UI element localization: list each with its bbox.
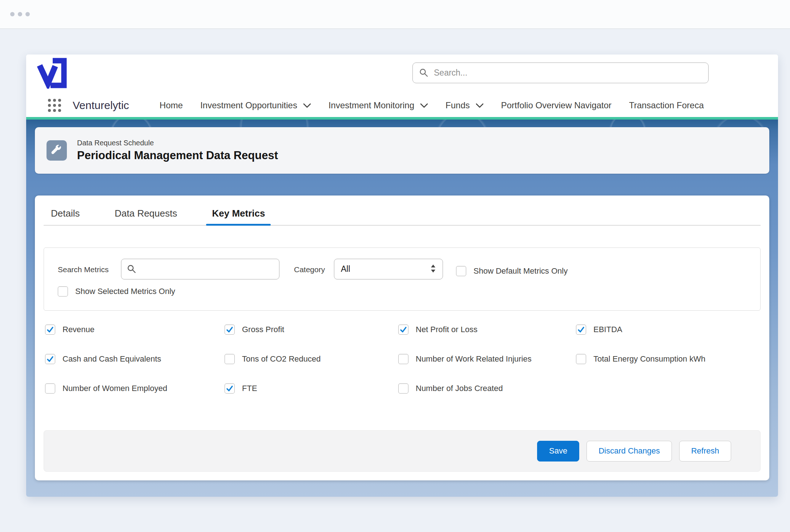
check-icon bbox=[226, 385, 233, 392]
metric-item-fte[interactable]: FTE bbox=[225, 383, 398, 394]
chevron-down-icon bbox=[420, 103, 428, 108]
metric-label: Cash and Cash Equivalents bbox=[63, 354, 161, 364]
metric-checkbox[interactable] bbox=[225, 354, 235, 364]
show-selected-checkbox[interactable] bbox=[58, 286, 68, 297]
metric-label: Revenue bbox=[63, 325, 94, 334]
metric-checkbox[interactable] bbox=[398, 354, 408, 364]
nav-item-portfolio-overview-navigator[interactable]: Portfolio Overview Navigator bbox=[501, 100, 612, 110]
tab-divider bbox=[44, 225, 761, 226]
search-icon bbox=[419, 68, 428, 79]
metric-checkbox[interactable] bbox=[576, 325, 586, 335]
show-selected-label: Show Selected Metrics Only bbox=[75, 287, 175, 296]
metric-checkbox[interactable] bbox=[398, 383, 408, 394]
page-background-band: Data Request Schedule Periodical Managem… bbox=[26, 120, 778, 497]
metric-label: Total Energy Consumption kWh bbox=[593, 354, 705, 364]
show-default-metrics-toggle[interactable]: Show Default Metrics Only bbox=[456, 266, 568, 276]
card-footer: Save Discard Changes Refresh bbox=[44, 430, 761, 472]
nav-item-label: Investment Opportunities bbox=[200, 100, 297, 110]
metric-label: Tons of CO2 Reduced bbox=[242, 354, 321, 364]
nav-item-transaction-foreca[interactable]: Transaction Foreca bbox=[629, 100, 704, 110]
show-default-checkbox[interactable] bbox=[456, 266, 466, 276]
save-button[interactable]: Save bbox=[537, 441, 579, 462]
metric-item-revenue[interactable]: Revenue bbox=[45, 325, 225, 335]
tab-details[interactable]: Details bbox=[51, 208, 80, 225]
metric-label: Net Profit or Loss bbox=[416, 325, 477, 334]
app-launcher-button[interactable] bbox=[47, 97, 63, 113]
chevron-down-icon bbox=[476, 103, 484, 108]
metric-item-number-of-jobs-created[interactable]: Number of Jobs Created bbox=[398, 383, 576, 394]
check-icon bbox=[47, 326, 54, 333]
metric-checkbox[interactable] bbox=[45, 354, 55, 364]
metric-item-ebitda[interactable]: EBITDA bbox=[576, 325, 769, 335]
record-header-text: Data Request Schedule Periodical Managem… bbox=[77, 139, 278, 162]
nav-item-label: Investment Monitoring bbox=[329, 100, 414, 110]
discard-changes-button[interactable]: Discard Changes bbox=[587, 441, 672, 462]
metric-item-gross-profit[interactable]: Gross Profit bbox=[225, 325, 398, 335]
window-control-dot bbox=[25, 12, 30, 16]
metric-checkbox[interactable] bbox=[225, 325, 235, 335]
venturelytic-logo bbox=[35, 57, 69, 90]
nav-item-funds[interactable]: Funds bbox=[446, 100, 484, 110]
category-select-value: All bbox=[341, 264, 430, 274]
category-select[interactable]: All bbox=[334, 259, 443, 279]
metric-item-number-of-women-employed[interactable]: Number of Women Employed bbox=[45, 383, 225, 394]
chevron-down-icon bbox=[303, 103, 311, 108]
check-icon bbox=[577, 326, 585, 333]
category-label: Category bbox=[294, 265, 325, 274]
metric-label: FTE bbox=[242, 384, 257, 393]
page-title: Periodical Management Data Request bbox=[77, 149, 278, 162]
object-label: Data Request Schedule bbox=[77, 139, 278, 147]
search-metrics-label: Search Metrics bbox=[58, 265, 109, 274]
check-icon bbox=[226, 326, 233, 333]
metric-item-net-profit-or-loss[interactable]: Net Profit or Loss bbox=[398, 325, 576, 335]
nav-item-label: Home bbox=[160, 100, 183, 110]
nav-item-investment-monitoring[interactable]: Investment Monitoring bbox=[329, 100, 428, 110]
nav-item-investment-opportunities[interactable]: Investment Opportunities bbox=[200, 100, 311, 110]
content-card: DetailsData RequestsKey Metrics Search M… bbox=[35, 196, 769, 480]
metric-checkbox[interactable] bbox=[398, 325, 408, 335]
tab-key-metrics[interactable]: Key Metrics bbox=[212, 208, 265, 225]
global-search-input[interactable] bbox=[412, 63, 709, 83]
app-window: Venturelytic HomeInvestment Opportunitie… bbox=[26, 55, 778, 497]
tab-data-requests[interactable]: Data Requests bbox=[114, 208, 177, 225]
metric-item-tons-of-co2-reduced[interactable]: Tons of CO2 Reduced bbox=[225, 354, 398, 364]
refresh-button[interactable]: Refresh bbox=[679, 441, 731, 462]
tab-bar: DetailsData RequestsKey Metrics bbox=[35, 196, 769, 225]
metrics-grid: RevenueGross ProfitNet Profit or LossEBI… bbox=[45, 325, 769, 394]
nav-bar: Venturelytic HomeInvestment Opportunitie… bbox=[26, 95, 778, 116]
metric-label: Number of Work Related Injuries bbox=[416, 354, 532, 364]
browser-titlebar bbox=[0, 0, 790, 29]
select-stepper-icon bbox=[430, 263, 436, 275]
window-control-dot bbox=[10, 12, 15, 16]
metric-item-total-energy-consumption-kwh[interactable]: Total Energy Consumption kWh bbox=[576, 354, 769, 364]
nav-item-label: Transaction Foreca bbox=[629, 100, 704, 110]
metric-checkbox[interactable] bbox=[45, 325, 55, 335]
nav-item-home[interactable]: Home bbox=[160, 100, 183, 110]
record-header: Data Request Schedule Periodical Managem… bbox=[35, 127, 769, 174]
check-icon bbox=[47, 355, 54, 363]
app-name: Venturelytic bbox=[73, 99, 129, 112]
app-launcher-icon bbox=[47, 97, 63, 113]
metric-item-cash-and-cash-equivalents[interactable]: Cash and Cash Equivalents bbox=[45, 354, 225, 364]
wrench-icon bbox=[47, 140, 67, 161]
check-icon bbox=[400, 326, 407, 333]
metrics-search-input[interactable] bbox=[121, 259, 279, 279]
metrics-search bbox=[121, 259, 279, 279]
show-default-label: Show Default Metrics Only bbox=[473, 266, 568, 276]
metric-label: Number of Jobs Created bbox=[416, 384, 503, 393]
metric-label: EBITDA bbox=[593, 325, 622, 334]
nav-item-label: Funds bbox=[446, 100, 470, 110]
metric-label: Gross Profit bbox=[242, 325, 284, 334]
search-icon bbox=[127, 264, 136, 275]
global-search bbox=[412, 63, 709, 83]
metric-label: Number of Women Employed bbox=[63, 384, 167, 393]
filter-panel: Search Metrics Category All bbox=[44, 247, 761, 311]
show-selected-metrics-toggle[interactable]: Show Selected Metrics Only bbox=[58, 286, 175, 297]
main-nav: HomeInvestment OpportunitiesInvestment M… bbox=[160, 100, 704, 110]
metric-checkbox[interactable] bbox=[45, 383, 55, 394]
metric-item-number-of-work-related-injuries[interactable]: Number of Work Related Injuries bbox=[398, 354, 576, 364]
metric-checkbox[interactable] bbox=[576, 354, 586, 364]
nav-item-label: Portfolio Overview Navigator bbox=[501, 100, 612, 110]
metric-checkbox[interactable] bbox=[225, 383, 235, 394]
app-header: Venturelytic HomeInvestment Opportunitie… bbox=[26, 55, 778, 117]
